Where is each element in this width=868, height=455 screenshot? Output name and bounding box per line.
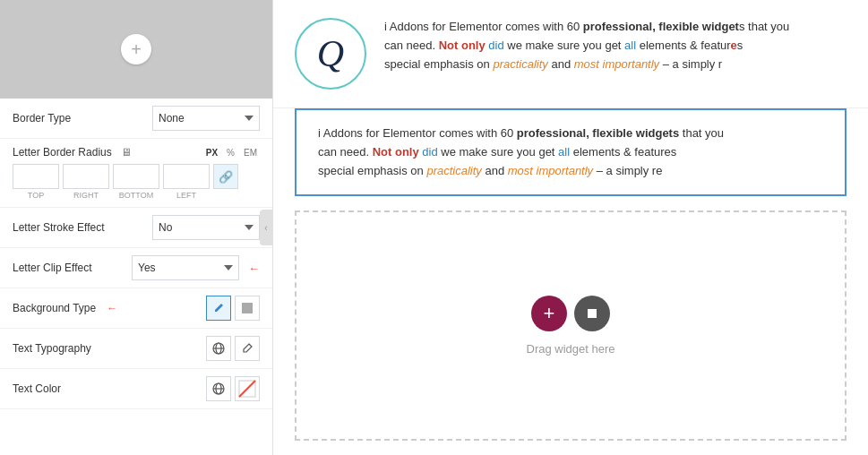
quote-text-1: i Addons for Elementor comes with 60 pro… [384,18,789,73]
letter-border-radius-label: Letter Border Radius [13,146,112,159]
svg-line-8 [239,381,255,397]
text-color-picker-button[interactable] [235,376,260,401]
letter-stroke-effect-label: Letter Stroke Effect [13,221,152,234]
border-type-select[interactable]: None Solid Dashed Dotted [152,106,260,131]
quote-widget-2: i Addons for Elementor comes with 60 pro… [295,108,847,196]
text-color-label: Text Color [13,382,206,395]
drag-widget-area: + Drag widget here [295,210,847,441]
letter-clip-effect-label: Letter Clip Effect [13,262,132,274]
letter-clip-effect-select[interactable]: Yes No [132,255,239,280]
sublabel-left: LEFT [163,191,210,200]
text-typography-label: Text Typography [13,342,206,355]
text-typography-edit-button[interactable] [235,336,260,361]
letter-stroke-effect-select[interactable]: No Yes [152,215,260,240]
svg-rect-9 [588,309,597,318]
bg-classic-button[interactable] [206,296,231,321]
drag-buttons: + [531,296,610,331]
stop-icon [585,306,599,321]
right-area: Q i Addons for Elementor comes with 60 p… [273,0,868,455]
text-color-row: Text Color [0,369,272,409]
edit-icon [241,342,254,355]
letter-border-radius-section: Letter Border Radius 🖥 PX % EM 🔗 TOP RIG… [0,139,272,208]
radius-link-button[interactable]: 🔗 [213,164,238,189]
radius-left-input[interactable] [163,164,210,189]
letter-stroke-effect-control: No Yes [152,215,260,240]
radius-inputs: 🔗 [13,164,260,189]
clip-effect-arrow: ← [248,262,260,275]
drag-label: Drag widget here [527,342,615,356]
unit-em[interactable]: EM [241,147,260,159]
avatar-letter: Q [317,32,344,75]
color-slash-icon [238,380,256,398]
add-section-button[interactable]: + [531,296,567,331]
pencil-icon [212,302,225,314]
letter-clip-effect-row: Letter Clip Effect Yes No ← [0,248,272,288]
preview-area: + [0,0,272,99]
radius-bottom-input[interactable] [113,164,159,189]
radius-sublabels: TOP RIGHT BOTTOM LEFT [13,191,260,200]
add-widget-button[interactable]: + [121,34,151,64]
text-color-control [206,376,260,401]
quote-text-2: i Addons for Elementor comes with 60 pro… [318,124,823,180]
border-type-label: Border Type [13,112,152,124]
monitor-icon: 🖥 [121,146,132,159]
sublabel-bottom: BOTTOM [113,191,159,200]
radius-header: Letter Border Radius 🖥 PX % EM [13,146,260,159]
letter-stroke-effect-row: Letter Stroke Effect No Yes [0,208,272,248]
quote-avatar: Q [295,18,366,90]
radius-top-input[interactable] [13,164,59,189]
text-typography-globe-button[interactable] [206,336,231,361]
text-typography-row: Text Typography [0,329,272,369]
radius-right-input[interactable] [63,164,109,189]
quote-widget-1: Q i Addons for Elementor comes with 60 p… [273,0,868,108]
radius-units: PX % EM [203,147,260,159]
sublabel-top: TOP [13,191,59,200]
text-typography-control [206,336,260,361]
unit-px[interactable]: PX [203,147,220,159]
border-type-control: None Solid Dashed Dotted [152,106,260,131]
background-type-arrow: ← [107,302,117,314]
left-panel: + Border Type None Solid Dashed Dotted L… [0,0,273,455]
unit-percent[interactable]: % [224,147,237,159]
gradient-icon [241,302,254,314]
text-color-globe-button[interactable] [206,376,231,401]
panel-body: Border Type None Solid Dashed Dotted Let… [0,99,272,455]
border-type-row: Border Type None Solid Dashed Dotted [0,99,272,139]
background-type-row: Background Type ← [0,288,272,329]
background-type-control [206,296,260,321]
globe-icon [212,342,225,355]
background-type-label: Background Type ← [13,302,206,314]
globe-icon-2 [212,382,225,395]
stop-button[interactable] [574,296,610,331]
bg-gradient-button[interactable] [235,296,260,321]
letter-clip-effect-control: Yes No ← [132,255,260,280]
svg-rect-0 [242,303,253,313]
panel-resize-handle[interactable]: ‹ [260,210,272,245]
sublabel-right: RIGHT [63,191,109,200]
